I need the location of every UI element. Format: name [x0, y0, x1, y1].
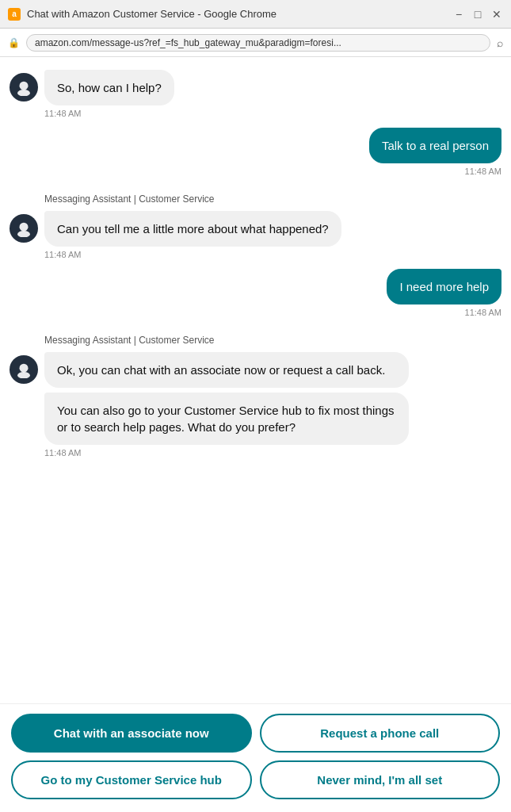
bot-avatar: [10, 355, 38, 384]
window-title: Chat with Amazon Customer Service - Goog…: [27, 8, 452, 20]
address-bar: 🔒 amazon.com/message-us?ref_=fs_hub_gate…: [0, 29, 511, 57]
bot-bubbles: Ok, you can chat with an associate now o…: [44, 352, 409, 445]
bot-message-group: Ok, you can chat with an associate now o…: [10, 352, 409, 445]
message-row-msg4: I need more help11:48 AM: [10, 269, 501, 317]
timestamp-msg2: 11:48 AM: [465, 167, 501, 176]
message-row-msg3: Can you tell me a little more about what…: [10, 211, 501, 259]
action-area: Chat with an associate nowRequest a phon…: [0, 703, 511, 812]
minimize-button[interactable]: −: [452, 8, 465, 21]
chat-area: So, how can I help?11:48 AMTalk to a rea…: [0, 57, 511, 703]
bot-avatar: [10, 214, 38, 243]
bot-avatar: [10, 73, 38, 102]
request-phone-button[interactable]: Request a phone call: [260, 714, 501, 753]
bubble-msg3-0: Can you tell me a little more about what…: [44, 211, 341, 247]
search-icon[interactable]: ⌕: [497, 36, 503, 49]
bot-message-group: So, how can I help?: [10, 70, 174, 105]
bubble-msg1-0: So, how can I help?: [44, 70, 174, 105]
go-hub-button[interactable]: Go to my Customer Service hub: [11, 760, 252, 799]
timestamp-msg1: 11:48 AM: [44, 109, 81, 118]
restore-button[interactable]: □: [471, 8, 484, 21]
bot-message-group: Can you tell me a little more about what…: [10, 211, 341, 247]
bot-bubbles: So, how can I help?: [44, 70, 174, 105]
bubble-msg5-0: Ok, you can chat with an associate now o…: [44, 352, 409, 388]
bubble-msg4-0: I need more help: [387, 269, 501, 304]
message-row-msg2: Talk to a real person11:48 AM: [10, 128, 501, 176]
message-row-msg5: Ok, you can chat with an associate now o…: [10, 352, 501, 458]
timestamp-msg3: 11:48 AM: [44, 250, 81, 259]
never-mind-button[interactable]: Never mind, I'm all set: [260, 760, 501, 799]
timestamp-msg5: 11:48 AM: [44, 448, 81, 458]
svg-point-4: [20, 364, 29, 373]
lock-icon: 🔒: [8, 37, 20, 48]
close-button[interactable]: ✕: [490, 8, 503, 21]
sender-label: Messaging Assistant | Customer Service: [44, 335, 501, 346]
message-row-msg1: So, how can I help?11:48 AM: [10, 70, 501, 118]
svg-point-2: [20, 223, 29, 232]
url-field[interactable]: amazon.com/message-us?ref_=fs_hub_gatewa…: [26, 34, 490, 52]
bot-bubbles: Can you tell me a little more about what…: [44, 211, 341, 247]
bubble-msg5-1: You can also go to your Customer Service…: [44, 393, 409, 445]
svg-point-3: [17, 231, 30, 237]
sender-label: Messaging Assistant | Customer Service: [44, 193, 501, 205]
chat-associate-button[interactable]: Chat with an associate now: [11, 714, 252, 753]
browser-icon: a: [8, 8, 21, 21]
bubble-msg2-0: Talk to a real person: [369, 128, 501, 163]
timestamp-msg4: 11:48 AM: [465, 308, 501, 317]
svg-point-0: [20, 82, 29, 90]
svg-point-5: [17, 372, 30, 378]
svg-point-1: [17, 90, 30, 96]
window-controls: − □ ✕: [452, 8, 503, 21]
title-bar: a Chat with Amazon Customer Service - Go…: [0, 0, 511, 29]
